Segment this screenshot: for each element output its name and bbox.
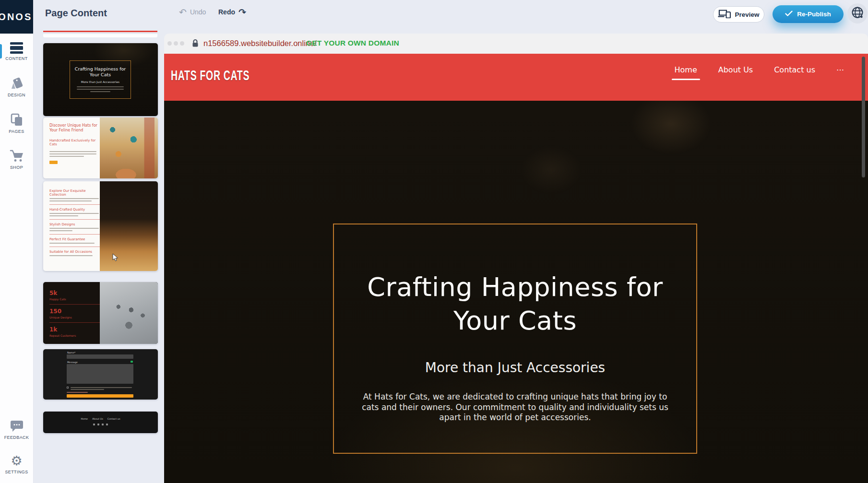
micro-text-line	[90, 91, 110, 92]
micro-text-line	[49, 243, 95, 244]
design-icon	[10, 77, 24, 90]
thumb-paw-print-photo	[100, 282, 158, 344]
thumb-street-photo	[100, 118, 158, 178]
hero-section[interactable]: Crafting Happiness for Your Cats More th…	[164, 101, 868, 483]
feature-heading: Stylish Designs	[49, 223, 100, 226]
form-checkbox	[67, 387, 69, 389]
feature-heading: Hand-Crafted Quality	[49, 208, 100, 212]
nav-contact[interactable]: Contact us	[774, 65, 815, 80]
feature-divider	[49, 204, 100, 205]
form-message-label: Message	[67, 361, 78, 364]
feature-heading: Explore Our Exquisite Collection	[49, 189, 100, 197]
republish-button[interactable]: Re-Publish	[773, 5, 844, 23]
thumbnail-hero-section[interactable]: Crafting Happiness for Your Cats More th…	[43, 43, 158, 116]
thumbnail-features-section[interactable]: Explore Our Exquisite Collection Hand-Cr…	[43, 181, 158, 271]
window-dot	[174, 41, 178, 46]
lock-icon	[192, 39, 199, 49]
site-header: HATS FOR CATS Home About Us Contact us ⋯	[164, 54, 868, 101]
hero-title-line2: Your Cats	[453, 304, 577, 338]
ionos-logo[interactable]: IONOS	[0, 0, 33, 34]
undo-button[interactable]: ↶ Undo	[179, 8, 206, 16]
nav-about[interactable]: About Us	[718, 65, 753, 80]
panel-title: Page Content	[45, 8, 107, 19]
shop-cart-icon	[10, 150, 24, 163]
window-dot	[180, 41, 184, 46]
form-send-button	[67, 394, 133, 398]
thumb-footer-links: Home About Us Contact us	[43, 417, 158, 420]
footer-link: Contact us	[107, 417, 120, 420]
form-name-label: Name*	[67, 351, 75, 354]
sidebar-item-shop[interactable]: SHOP	[0, 150, 33, 170]
preview-button[interactable]: Preview	[713, 6, 764, 23]
app-root: IONOS CONTENT DESIGN PAGES SHOP	[0, 0, 868, 483]
undo-label: Undo	[190, 8, 206, 16]
hero-body-text: At Hats for Cats, we are dedicated to cr…	[360, 392, 670, 423]
feature-heading: Perfect Fit Guarantee	[49, 237, 100, 241]
form-message-field	[67, 364, 133, 384]
feature-heading: Suitable for All Occasions	[49, 250, 100, 254]
micro-text-line	[71, 389, 104, 390]
ionos-logo-text: IONOS	[0, 12, 32, 23]
pages-icon	[10, 113, 24, 127]
form-status-dot	[131, 361, 133, 363]
stat-value: 5k	[49, 290, 100, 296]
micro-text-line	[71, 387, 132, 388]
sidebar-item-label: CONTENT	[5, 56, 27, 61]
sidebar-item-label: PAGES	[9, 129, 24, 134]
feature-divider	[49, 219, 100, 220]
globe-icon	[851, 6, 864, 21]
settings-gear-icon: ⚙	[11, 455, 22, 467]
redo-label: Redo	[218, 8, 235, 16]
nav-home[interactable]: Home	[675, 65, 697, 80]
sidebar-item-design[interactable]: DESIGN	[0, 77, 33, 97]
stat-label: Unique Designs	[49, 316, 100, 319]
thumbnail-list-edge	[43, 34, 157, 37]
nav-more-icon[interactable]: ⋯	[836, 65, 845, 80]
hero-text-block[interactable]: Crafting Happiness for Your Cats More th…	[333, 224, 697, 454]
site-brand[interactable]: HATS FOR CATS	[171, 68, 250, 83]
feedback-bubble-icon	[10, 420, 24, 433]
scrollbar-thumb[interactable]	[862, 57, 865, 177]
thumb-footer-social-icons	[43, 424, 158, 425]
language-globe-button[interactable]	[847, 3, 868, 24]
thumbnail-contact-form-section[interactable]: Name* Message	[43, 349, 158, 400]
thumbnail-footer-section[interactable]: Home About Us Contact us	[43, 412, 158, 433]
micro-text-line	[77, 89, 124, 90]
sidebar-item-label: SETTINGS	[5, 470, 28, 474]
sidebar-item-content[interactable]: CONTENT	[0, 42, 33, 61]
thumb-hero-box: Crafting Happiness for Your Cats More th…	[70, 60, 131, 99]
stat-label: Happy Cats	[49, 297, 100, 301]
thumbnail-stats-section[interactable]: 5k Happy Cats 150 Unique Designs 1k Repe…	[43, 282, 158, 344]
panel-title-divider	[43, 31, 157, 32]
micro-text-line	[49, 255, 93, 256]
sidebar-item-label: SHOP	[10, 165, 23, 170]
sidebar: IONOS CONTENT DESIGN PAGES SHOP	[0, 0, 34, 483]
redo-icon: ↷	[238, 8, 246, 16]
thumb-shop-button	[49, 161, 58, 164]
hero-subtitle: More than Just Accessories	[425, 360, 605, 376]
micro-text-line	[49, 213, 99, 214]
feature-divider	[49, 234, 100, 235]
sidebar-item-settings[interactable]: ⚙ SETTINGS	[0, 455, 33, 474]
micro-text-line	[49, 215, 78, 216]
redo-button[interactable]: Redo ↷	[218, 8, 246, 16]
sidebar-item-label: FEEDBACK	[4, 435, 29, 440]
preview-label: Preview	[735, 11, 759, 18]
mouse-cursor	[112, 253, 119, 264]
micro-text-line	[49, 228, 99, 229]
stat-divider	[49, 304, 100, 305]
window-dot	[167, 41, 172, 46]
form-name-field	[67, 354, 133, 359]
thumb-features-list: Explore Our Exquisite Collection Hand-Cr…	[49, 188, 100, 256]
sidebar-item-feedback[interactable]: FEEDBACK	[0, 420, 33, 440]
get-domain-link[interactable]: GET YOUR OWN DOMAIN	[306, 39, 399, 47]
sidebar-item-pages[interactable]: PAGES	[0, 113, 33, 134]
thumbnail-discover-section[interactable]: Discover Unique Hats for Your Feline Fri…	[43, 118, 158, 178]
feature-divider	[49, 247, 100, 247]
republish-label: Re-Publish	[797, 11, 831, 18]
footer-link: Home	[81, 417, 88, 420]
devices-icon	[718, 9, 731, 20]
content-icon	[10, 42, 23, 54]
undo-icon: ↶	[179, 8, 187, 16]
stat-divider	[49, 322, 100, 323]
